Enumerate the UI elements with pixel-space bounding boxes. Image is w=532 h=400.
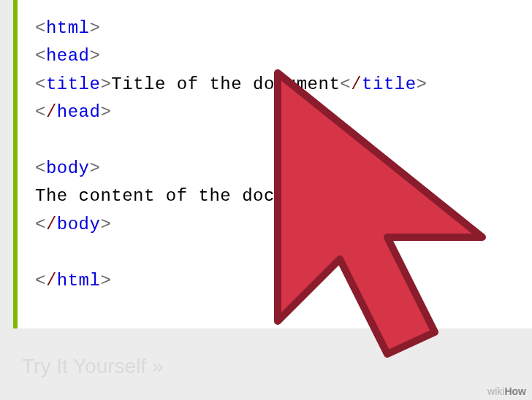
code-editor-panel: <html> <head> <title>Title of the docume… <box>13 0 532 328</box>
code-line: </body> <box>35 211 514 239</box>
watermark: wikiHow <box>487 385 526 397</box>
code-line: </head> <box>35 99 514 126</box>
code-line: <head> <box>35 42 514 70</box>
code-line: <title>Title of the document</title> <box>35 71 514 99</box>
title-text: Title of the document <box>111 74 340 94</box>
body-text: The content of the docu <box>35 186 286 206</box>
code-line-blank <box>35 127 514 155</box>
code-line-blank <box>35 239 514 266</box>
code-line: <html> <box>35 15 514 42</box>
faded-caption: Try It Yourself » <box>22 355 164 378</box>
code-line: <body> <box>35 155 514 182</box>
code-line: The content of the docu <box>35 182 514 210</box>
code-line: </html> <box>35 267 514 295</box>
